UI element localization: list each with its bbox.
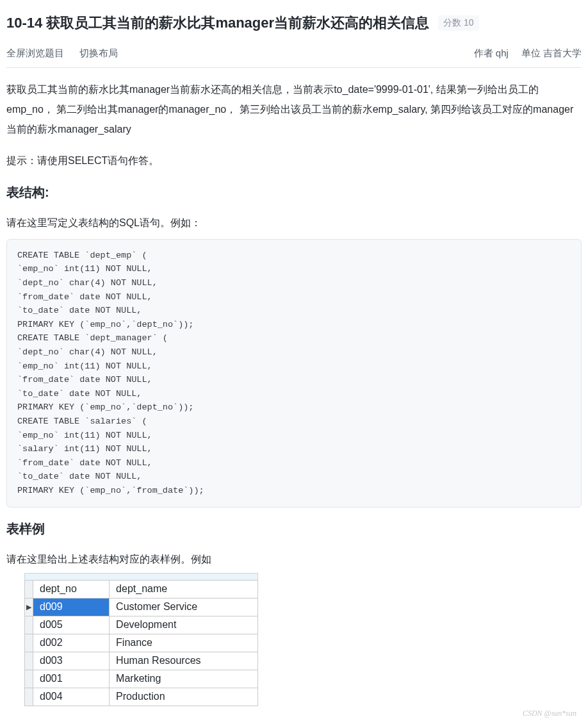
cell-dept-name: Customer Service [110,598,258,616]
table-row[interactable]: d004 Production [25,688,258,706]
table-row[interactable]: ▶ d009 Customer Service [25,598,258,616]
cell-dept-no: d002 [33,634,110,652]
row-marker [25,634,33,652]
cell-dept-name: Development [110,616,258,634]
sample-table: dept_no dept_name ▶ d009 Customer Servic… [24,580,258,706]
cell-dept-no: d003 [33,652,110,670]
problem-title: 10-14 获取员工其当前的薪水比其manager当前薪水还高的相关信息 [6,13,429,33]
table-row[interactable]: d003 Human Resources [25,652,258,670]
current-row-marker-icon: ▶ [25,598,33,616]
col-header: dept_no [33,580,110,598]
sql-code-block: CREATE TABLE `dept_emp` ( `emp_no` int(1… [6,239,582,508]
cell-dept-name: Production [110,688,258,706]
fullscreen-link[interactable]: 全屏浏览题目 [6,47,64,60]
row-marker [25,652,33,670]
row-marker [25,688,33,706]
sample-intro: 请在这里给出上述表结构对应的表样例。例如 [6,549,582,569]
watermark: CSDN @sun*san [0,706,588,718]
problem-description: 获取员工其当前的薪水比其manager当前薪水还高的相关信息，当前表示to_da… [6,79,582,140]
table-row[interactable]: d001 Marketing [25,670,258,688]
meta-bar: 全屏浏览题目 切换布局 作者 qhj 单位 吉首大学 [6,37,582,68]
org-label: 单位 吉首大学 [521,47,582,60]
table-header-row: dept_no dept_name [25,580,258,598]
cell-dept-no: d009 [33,598,110,616]
cell-dept-name: Human Resources [110,652,258,670]
cell-dept-name: Marketing [110,670,258,688]
cell-dept-name: Finance [110,634,258,652]
toggle-layout-link[interactable]: 切换布局 [79,47,118,60]
row-marker [25,616,33,634]
table-row[interactable]: d005 Development [25,616,258,634]
problem-hint: 提示：请使用SELECT语句作答。 [6,151,582,170]
row-marker [25,580,33,598]
row-marker [25,670,33,688]
sample-table-container: dept_no dept_name ▶ d009 Customer Servic… [24,573,258,706]
title-row: 10-14 获取员工其当前的薪水比其manager当前薪水还高的相关信息 分数 … [6,13,582,33]
cell-dept-no: d001 [33,670,110,688]
cell-dept-no: d005 [33,616,110,634]
sample-toolbar-strip [24,573,258,580]
heading-structure: 表结构: [6,184,582,201]
heading-sample: 表样例 [6,520,582,538]
col-header: dept_name [110,580,258,598]
author-label: 作者 qhj [474,47,509,60]
score-badge: 分数 10 [438,15,478,31]
cell-dept-no: d004 [33,688,110,706]
structure-intro: 请在这里写定义表结构的SQL语句。例如： [6,213,582,233]
table-row[interactable]: d002 Finance [25,634,258,652]
